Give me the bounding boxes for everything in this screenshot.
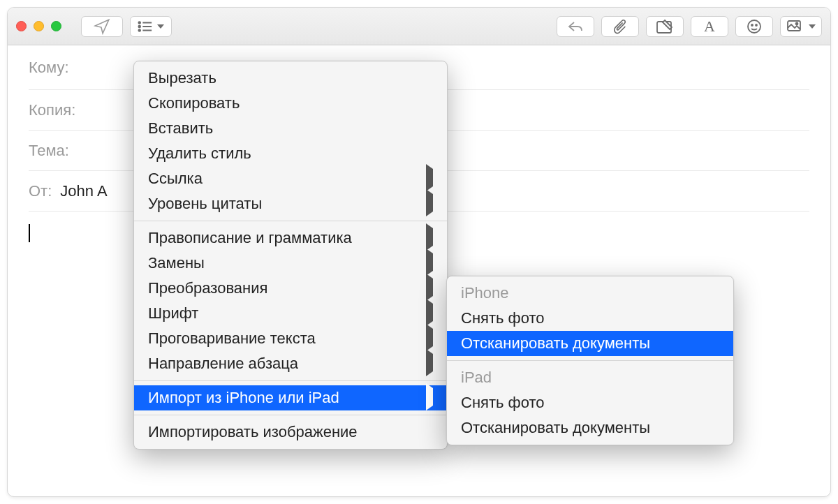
submenu-arrow-icon <box>426 189 433 216</box>
submenu-arrow-icon <box>426 324 433 351</box>
svg-point-0 <box>138 22 140 24</box>
submenu-arrow-icon <box>426 249 433 276</box>
submenu-ipad-photo[interactable]: Снять фото <box>447 390 733 415</box>
mail-compose-window: A Кому: Копия: Тема: От: John A Вырезать… <box>7 7 831 497</box>
markup-icon <box>656 19 674 34</box>
svg-point-4 <box>138 29 140 31</box>
reply-arrow-icon <box>567 20 584 34</box>
submenu-ipad-scan[interactable]: Отсканировать документы <box>447 415 733 440</box>
markup-button[interactable] <box>646 16 684 37</box>
svg-point-2 <box>138 25 140 27</box>
cc-label: Копия: <box>29 101 75 119</box>
attach-button[interactable] <box>601 16 639 37</box>
menu-font[interactable]: Шрифт <box>134 301 447 326</box>
menu-separator <box>134 380 447 381</box>
fullscreen-icon[interactable] <box>51 21 61 31</box>
submenu-arrow-icon <box>426 299 433 326</box>
submenu-arrow-icon <box>426 383 433 410</box>
format-button[interactable]: A <box>691 16 728 37</box>
menu-link[interactable]: Ссылка <box>134 166 447 191</box>
submenu-arrow-icon <box>426 164 433 191</box>
chevron-down-icon <box>157 24 164 29</box>
submenu-iphone-header: iPhone <box>447 281 733 306</box>
menu-separator <box>134 415 447 415</box>
submenu-iphone-photo[interactable]: Снять фото <box>447 306 733 331</box>
menu-substitutions[interactable]: Замены <box>134 251 447 276</box>
window-controls <box>16 21 61 31</box>
menu-speech[interactable]: Проговаривание текста <box>134 326 447 351</box>
submenu-arrow-icon <box>426 274 433 301</box>
subject-label: Тема: <box>29 142 69 160</box>
font-a-icon: A <box>704 17 715 36</box>
submenu-ipad-header: iPad <box>447 365 733 390</box>
from-label: От: <box>29 182 52 200</box>
submenu-arrow-icon <box>426 223 433 251</box>
svg-point-9 <box>756 24 757 26</box>
context-menu: Вырезать Скопировать Вставить Удалить ст… <box>133 61 448 450</box>
menu-spelling[interactable]: Правописание и грамматика <box>134 225 447 251</box>
svg-point-8 <box>751 24 753 26</box>
photos-icon <box>786 20 804 34</box>
titlebar: A <box>8 8 830 45</box>
photo-browser-button[interactable] <box>780 16 822 37</box>
menu-paragraph-direction[interactable]: Направление абзаца <box>134 351 447 376</box>
paperclip-icon <box>612 18 628 35</box>
list-icon <box>138 20 153 33</box>
paper-plane-icon <box>93 17 111 36</box>
import-submenu: iPhone Снять фото Отсканировать документ… <box>446 276 734 445</box>
menu-transformations[interactable]: Преобразования <box>134 276 447 301</box>
close-icon[interactable] <box>16 21 27 31</box>
submenu-iphone-scan[interactable]: Отсканировать документы <box>447 331 733 356</box>
menu-import-device[interactable]: Импорт из iPhone или iPad <box>134 385 447 410</box>
svg-point-7 <box>748 20 760 33</box>
menu-remove-style[interactable]: Удалить стиль <box>134 141 447 166</box>
header-menu-button[interactable] <box>130 16 172 37</box>
minimize-icon[interactable] <box>34 21 44 31</box>
menu-separator <box>447 360 733 361</box>
menu-import-image[interactable]: Импортировать изображение <box>134 420 447 445</box>
menu-copy[interactable]: Скопировать <box>134 91 447 116</box>
menu-paste[interactable]: Вставить <box>134 116 447 141</box>
chevron-down-icon <box>809 24 816 29</box>
emoji-button[interactable] <box>735 16 773 37</box>
svg-point-11 <box>796 22 798 24</box>
to-label: Кому: <box>29 59 69 77</box>
submenu-arrow-icon <box>426 349 433 376</box>
send-button[interactable] <box>81 16 123 37</box>
from-value: John A <box>60 182 107 200</box>
menu-separator <box>134 221 447 221</box>
text-cursor <box>29 224 30 242</box>
emoji-icon <box>746 18 763 35</box>
menu-cut[interactable]: Вырезать <box>134 66 447 91</box>
reply-button[interactable] <box>557 16 594 37</box>
menu-quote-level[interactable]: Уровень цитаты <box>134 191 447 216</box>
